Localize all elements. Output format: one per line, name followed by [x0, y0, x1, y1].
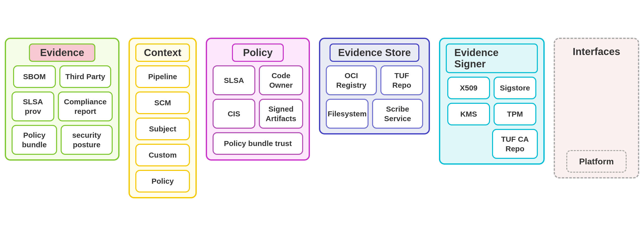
evsigner-group: Evidence Signer X509 Sigstore KMS TPM TU…	[439, 38, 545, 165]
evidence-item-compliance-report: Compliance report	[58, 91, 113, 121]
evstore-row-1: OCI Registry TUF Repo	[326, 65, 423, 95]
policy-group: Policy SLSA Code Owner CIS Signed Artifa…	[206, 38, 310, 161]
context-item-policy: Policy	[135, 170, 190, 193]
evidence-item-third-party: Third Party	[59, 65, 111, 88]
evsigner-row-3: TUF CA Repo	[446, 129, 538, 159]
evidence-item-slsa-prov: SLSA prov	[12, 91, 54, 121]
evsigner-item-tpm: TPM	[494, 103, 536, 125]
policy-column: Policy SLSA Code Owner CIS Signed Artifa…	[206, 38, 310, 161]
evsigner-row-2: KMS TPM	[447, 103, 536, 125]
context-column: Context Pipeline SCM Subject Custom Poli…	[129, 38, 197, 198]
policy-item-bundle-trust: Policy bundle trust	[213, 132, 303, 155]
policy-row-1: SLSA Code Owner	[213, 65, 303, 95]
policy-title: Policy	[232, 43, 284, 62]
evidence-row-2: SLSA prov Compliance report	[12, 91, 113, 121]
evstore-item-tuf-repo: TUF Repo	[380, 65, 423, 95]
evidence-row-3: Policy bundle security posture	[12, 125, 113, 155]
evstore-item-filesystem: Filesystem	[326, 99, 369, 129]
context-item-scm: SCM	[135, 91, 190, 114]
interfaces-column: Interfaces Platform	[554, 38, 639, 178]
policy-row-3: Policy bundle trust	[213, 132, 303, 155]
evstore-item-scribe-service: Scribe Service	[372, 99, 423, 129]
evsigner-column: Evidence Signer X509 Sigstore KMS TPM TU…	[439, 38, 545, 165]
policy-item-slsa: SLSA	[213, 65, 255, 95]
evidence-item-sbom: SBOM	[13, 65, 56, 88]
evidence-column: Evidence SBOM Third Party SLSA prov Comp…	[5, 38, 119, 161]
context-item-pipeline: Pipeline	[135, 65, 190, 88]
interfaces-group: Interfaces Platform	[554, 38, 639, 178]
evidence-row-1: SBOM Third Party	[13, 65, 111, 88]
evsigner-item-x509: X509	[447, 77, 490, 99]
evsigner-item-tuf-ca-repo: TUF CA Repo	[492, 129, 538, 159]
policy-item-code-owner: Code Owner	[259, 65, 303, 95]
evstore-row-2: Filesystem Scribe Service	[326, 99, 423, 129]
evstore-column: Evidence Store OCI Registry TUF Repo Fil…	[319, 38, 430, 134]
evsigner-title: Evidence Signer	[446, 43, 538, 73]
evidence-title: Evidence	[29, 43, 95, 62]
evstore-title: Evidence Store	[330, 43, 419, 62]
interfaces-title: Interfaces	[573, 46, 620, 57]
policy-row-2: CIS Signed Artifacts	[213, 99, 303, 129]
evidence-item-policy-bundle: Policy bundle	[12, 125, 57, 155]
evstore-item-oci: OCI Registry	[326, 65, 377, 95]
context-title: Context	[135, 43, 190, 62]
evidence-item-security-posture: security posture	[61, 125, 113, 155]
evsigner-row-1: X509 Sigstore	[447, 77, 536, 99]
context-group: Context Pipeline SCM Subject Custom Poli…	[129, 38, 197, 198]
context-item-subject: Subject	[135, 118, 190, 140]
evstore-group: Evidence Store OCI Registry TUF Repo Fil…	[319, 38, 430, 134]
context-item-custom: Custom	[135, 144, 190, 166]
policy-item-cis: CIS	[213, 99, 255, 129]
evsigner-item-kms: KMS	[447, 103, 490, 125]
diagram: Evidence SBOM Third Party SLSA prov Comp…	[0, 23, 644, 213]
interfaces-item-platform: Platform	[566, 150, 627, 173]
evsigner-item-sigstore: Sigstore	[494, 77, 536, 99]
evidence-group: Evidence SBOM Third Party SLSA prov Comp…	[5, 38, 119, 161]
context-items: Pipeline SCM Subject Custom Policy	[135, 65, 190, 193]
policy-item-signed-artifacts: Signed Artifacts	[259, 99, 303, 129]
